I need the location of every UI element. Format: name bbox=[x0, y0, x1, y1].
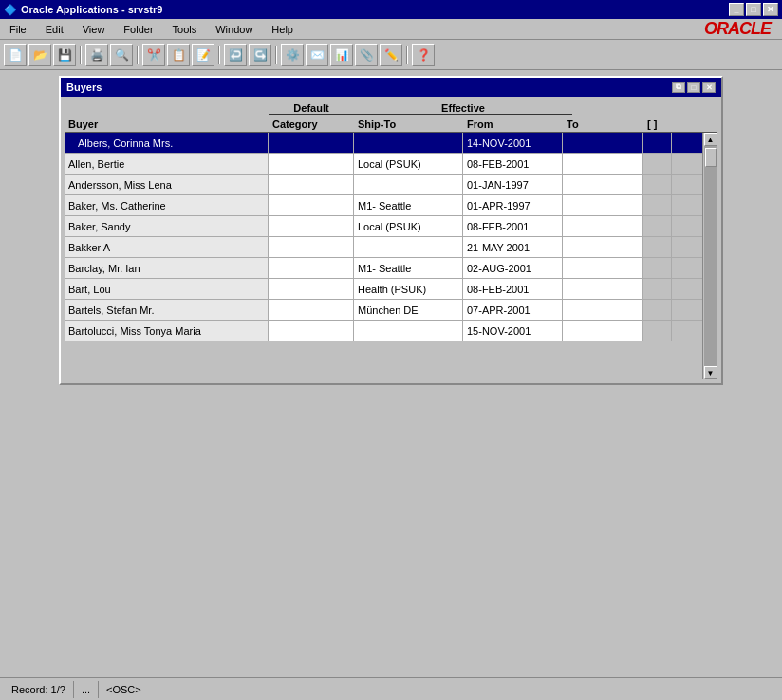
cell-to bbox=[563, 279, 643, 299]
toolbar-find[interactable]: 🔍 bbox=[110, 44, 133, 66]
cell-from: 08-FEB-2001 bbox=[463, 279, 563, 299]
cell-buyer: Bakker A bbox=[65, 237, 269, 257]
toolbar-print[interactable]: 🖨️ bbox=[85, 44, 108, 66]
toolbar-attach[interactable]: 📎 bbox=[355, 44, 378, 66]
cell-from: 07-APR-2001 bbox=[463, 300, 563, 320]
menu-help[interactable]: Help bbox=[266, 22, 299, 37]
table-row[interactable]: Barclay, Mr. IanM1- Seattle02-AUG-2001 bbox=[65, 258, 717, 279]
header-from: From bbox=[463, 117, 563, 132]
cell-ship-to bbox=[354, 237, 463, 257]
data-area: Albers, Corinna Mrs.14-NOV-2001Allen, Be… bbox=[65, 133, 717, 379]
title-bar: 🔷 Oracle Applications - srvstr9 _ □ ✕ bbox=[0, 0, 782, 19]
menu-edit[interactable]: Edit bbox=[40, 22, 69, 37]
table-row[interactable]: Allen, BertieLocal (PSUK)08-FEB-2001 bbox=[65, 154, 717, 175]
maximize-button[interactable]: □ bbox=[746, 3, 761, 16]
cell-end bbox=[643, 195, 672, 215]
cell-buyer: Bartels, Stefan Mr. bbox=[65, 300, 269, 320]
toolbar-undo[interactable]: ↩️ bbox=[224, 44, 247, 66]
table-row[interactable]: Baker, Ms. CatherineM1- Seattle01-APR-19… bbox=[65, 195, 717, 216]
cell-category bbox=[269, 216, 354, 236]
toolbar-paste[interactable]: 📝 bbox=[192, 44, 214, 66]
cell-ship-to bbox=[354, 175, 463, 194]
app-title: Oracle Applications - srvstr9 bbox=[21, 4, 162, 15]
toolbar-sep2 bbox=[137, 46, 139, 64]
menu-folder[interactable]: Folder bbox=[118, 22, 158, 37]
cell-buyer: Bartolucci, Miss Tonya Maria bbox=[65, 321, 269, 341]
buyers-window-title: Buyers bbox=[66, 82, 102, 93]
toolbar-save[interactable]: 💾 bbox=[53, 44, 76, 66]
table-row[interactable]: Albers, Corinna Mrs.14-NOV-2001 bbox=[65, 133, 717, 154]
cell-ship-to bbox=[354, 321, 463, 341]
cell-ship-to: Local (PSUK) bbox=[354, 154, 463, 174]
oracle-logo: ORACLE bbox=[704, 19, 778, 39]
toolbar-sep4 bbox=[275, 46, 277, 64]
toolbar-help[interactable]: ❓ bbox=[412, 44, 435, 66]
cell-end bbox=[643, 175, 672, 194]
status-record: Record: 1/? bbox=[4, 681, 74, 698]
cell-buyer: Baker, Sandy bbox=[65, 216, 269, 236]
toolbar-sep3 bbox=[218, 46, 220, 64]
scroll-track[interactable] bbox=[704, 146, 717, 366]
menu-view[interactable]: View bbox=[77, 22, 111, 37]
table-row[interactable]: Bartolucci, Miss Tonya Maria15-NOV-2001 bbox=[65, 321, 717, 341]
cell-ship-to: Local (PSUK) bbox=[354, 216, 463, 236]
table-row[interactable]: Andersson, Miss Lena01-JAN-1997 bbox=[65, 175, 717, 195]
minimize-button[interactable]: _ bbox=[729, 3, 744, 16]
title-bar-controls: _ □ ✕ bbox=[729, 3, 778, 16]
toolbar-pencil[interactable]: ✏️ bbox=[380, 44, 402, 66]
scrollbar[interactable]: ▲ ▼ bbox=[702, 133, 717, 379]
toolbar-chart[interactable]: 📊 bbox=[330, 44, 353, 66]
menu-window[interactable]: Window bbox=[210, 22, 258, 37]
header-ship-to: Ship-To bbox=[354, 117, 463, 132]
table-row[interactable]: Baker, SandyLocal (PSUK)08-FEB-2001 bbox=[65, 216, 717, 237]
table-row[interactable]: Bart, LouHealth (PSUK)08-FEB-2001 bbox=[65, 279, 717, 300]
cell-from: 14-NOV-2001 bbox=[463, 133, 563, 153]
cell-to bbox=[563, 300, 643, 320]
app-icon: 🔷 bbox=[4, 4, 17, 16]
cell-ship-to: München DE bbox=[354, 300, 463, 320]
buyers-window: Buyers ⧉ □ ✕ Default Effective Buyer Cat… bbox=[59, 76, 723, 385]
cell-category bbox=[269, 154, 354, 174]
toolbar-email[interactable]: ✉️ bbox=[306, 44, 328, 66]
cell-from: 21-MAY-2001 bbox=[463, 237, 563, 257]
group-header-end bbox=[572, 102, 601, 115]
cell-end bbox=[643, 258, 672, 278]
buyers-titlebar-controls: ⧉ □ ✕ bbox=[672, 82, 716, 93]
buyers-titlebar: Buyers ⧉ □ ✕ bbox=[61, 78, 721, 97]
status-osc: <OSC> bbox=[99, 681, 149, 698]
default-group-label: Default bbox=[269, 102, 354, 115]
cell-to bbox=[563, 175, 643, 194]
cell-end bbox=[643, 237, 672, 257]
main-area: Buyers ⧉ □ ✕ Default Effective Buyer Cat… bbox=[0, 70, 782, 677]
header-buyer: Buyer bbox=[65, 117, 269, 132]
status-middle: ... bbox=[74, 681, 99, 698]
cell-end bbox=[643, 216, 672, 236]
buyers-restore-button[interactable]: ⧉ bbox=[672, 82, 685, 93]
cell-category bbox=[269, 175, 354, 194]
cell-ship-to: M1- Seattle bbox=[354, 258, 463, 278]
table-row[interactable]: Bakker A21-MAY-2001 bbox=[65, 237, 717, 258]
cell-category bbox=[269, 258, 354, 278]
toolbar-new[interactable]: 📄 bbox=[4, 44, 27, 66]
scroll-down-arrow[interactable]: ▼ bbox=[704, 366, 717, 379]
cell-category bbox=[269, 195, 354, 215]
close-button[interactable]: ✕ bbox=[763, 3, 778, 16]
menu-file[interactable]: File bbox=[4, 22, 32, 37]
toolbar-cut[interactable]: ✂️ bbox=[142, 44, 165, 66]
cell-end bbox=[643, 300, 672, 320]
scroll-thumb[interactable] bbox=[705, 148, 717, 167]
cell-end bbox=[643, 279, 672, 299]
toolbar-settings[interactable]: ⚙️ bbox=[281, 44, 304, 66]
buyers-close-button[interactable]: ✕ bbox=[702, 82, 716, 93]
effective-group-label: Effective bbox=[354, 102, 572, 115]
cell-to bbox=[563, 258, 643, 278]
table-row[interactable]: Bartels, Stefan Mr.München DE07-APR-2001 bbox=[65, 300, 717, 321]
buyers-maximize-button[interactable]: □ bbox=[687, 82, 700, 93]
cell-to bbox=[563, 216, 643, 236]
toolbar-copy[interactable]: 📋 bbox=[167, 44, 190, 66]
toolbar-open[interactable]: 📂 bbox=[28, 44, 51, 66]
menu-tools[interactable]: Tools bbox=[167, 22, 203, 37]
toolbar-redo[interactable]: ↪️ bbox=[249, 44, 271, 66]
cell-ship-to bbox=[354, 133, 463, 153]
scroll-up-arrow[interactable]: ▲ bbox=[704, 133, 717, 146]
